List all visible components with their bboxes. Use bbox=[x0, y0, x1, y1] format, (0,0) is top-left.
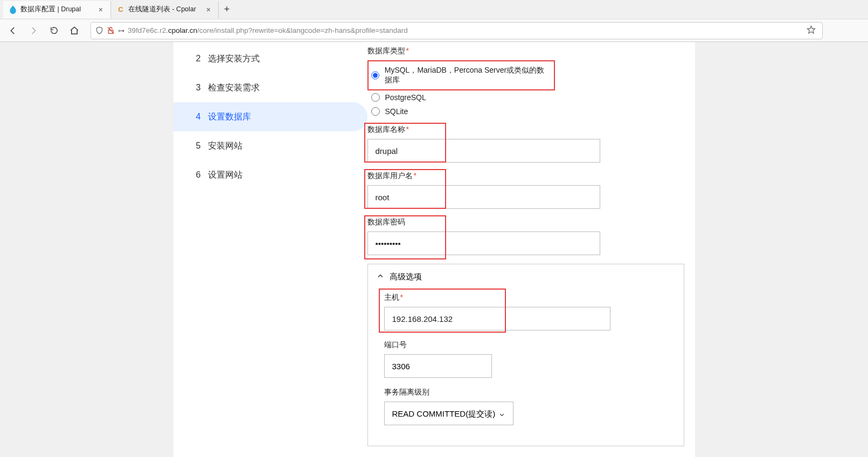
db-user-label: 数据库用户名* bbox=[367, 171, 684, 181]
url-text: 39fd7e6c.r2.cpolar.cn/core/install.php?r… bbox=[128, 26, 801, 34]
db-type-sqlite[interactable]: SQLite bbox=[367, 104, 684, 118]
shield-icon bbox=[95, 26, 103, 34]
port-block: 端口号 bbox=[384, 340, 668, 378]
radio-mysql[interactable] bbox=[371, 71, 379, 80]
browser-tab-drupal[interactable]: 数据库配置 | Drupal × bbox=[3, 1, 111, 18]
step-label: 设置网站 bbox=[208, 170, 242, 181]
db-type-mysql[interactable]: MySQL，MariaDB，Percona Server或类似的数据库 bbox=[370, 63, 552, 88]
db-password-label: 数据库密码 bbox=[367, 217, 684, 227]
chevron-up-icon bbox=[377, 272, 384, 282]
db-type-postgresql[interactable]: PostgreSQL bbox=[367, 90, 684, 104]
port-label: 端口号 bbox=[384, 340, 668, 350]
host-label: 主机* bbox=[384, 293, 668, 303]
tab-title: 在线隧道列表 - Cpolar bbox=[128, 5, 201, 14]
db-name-label: 数据库名称* bbox=[367, 125, 684, 135]
browser-tab-cpolar[interactable]: C 在线隧道列表 - Cpolar × bbox=[111, 1, 219, 18]
step-label: 设置数据库 bbox=[208, 111, 251, 123]
db-name-block: 数据库名称* bbox=[367, 125, 684, 163]
db-user-block: 数据库用户名* bbox=[367, 171, 684, 209]
advanced-toggle[interactable]: 高级选项 bbox=[368, 264, 684, 290]
svg-marker-2 bbox=[807, 26, 815, 33]
home-button[interactable] bbox=[66, 22, 83, 39]
port-input[interactable] bbox=[384, 354, 492, 378]
new-tab-button[interactable]: + bbox=[219, 2, 235, 18]
isolation-label: 事务隔离级别 bbox=[384, 388, 668, 397]
host-input[interactable] bbox=[384, 307, 610, 331]
lock-icon bbox=[107, 26, 115, 34]
db-name-input[interactable] bbox=[367, 139, 600, 163]
step-configure-site[interactable]: 6 设置网站 bbox=[173, 160, 367, 189]
radio-postgresql[interactable] bbox=[371, 93, 380, 102]
db-password-input[interactable] bbox=[367, 231, 600, 255]
step-label: 选择安装方式 bbox=[208, 53, 260, 65]
reload-button[interactable] bbox=[45, 22, 63, 39]
radio-sqlite[interactable] bbox=[371, 107, 380, 116]
isolation-block: 事务隔离级别 READ COMMITTED(提交读) bbox=[384, 388, 668, 425]
db-password-block: 数据库密码 bbox=[367, 217, 684, 255]
browser-toolbar: ⊶ 39fd7e6c.r2.cpolar.cn/core/install.php… bbox=[0, 19, 868, 42]
bookmark-star-icon[interactable] bbox=[804, 25, 818, 36]
close-icon[interactable]: × bbox=[204, 5, 213, 14]
step-install-site[interactable]: 5 安装网站 bbox=[173, 131, 367, 160]
step-setup-database[interactable]: 4 设置数据库 bbox=[173, 102, 367, 131]
isolation-select[interactable]: READ COMMITTED(提交读) bbox=[384, 402, 513, 425]
database-form: 数据库类型* MySQL，MariaDB，Percona Server或类似的数… bbox=[367, 42, 695, 457]
advanced-body: 主机* 端口号 事务隔离级别 READ COMMITTED(提交读) bbox=[368, 290, 684, 446]
step-verify-requirements[interactable]: 3 检查安装需求 bbox=[173, 73, 367, 102]
step-label: 安装网站 bbox=[208, 140, 242, 152]
key-icon: ⊶ bbox=[118, 27, 124, 34]
db-user-input[interactable] bbox=[367, 185, 600, 209]
host-block: 主机* bbox=[384, 293, 668, 331]
forward-button[interactable] bbox=[25, 22, 42, 39]
step-label: 检查安装需求 bbox=[208, 82, 260, 94]
db-type-block: 数据库类型* MySQL，MariaDB，Percona Server或类似的数… bbox=[367, 46, 684, 118]
db-type-label: 数据库类型* bbox=[367, 46, 684, 56]
address-bar[interactable]: ⊶ 39fd7e6c.r2.cpolar.cn/core/install.php… bbox=[91, 22, 823, 39]
back-button[interactable] bbox=[4, 22, 22, 39]
page-viewport[interactable]: 2 选择安装方式 3 检查安装需求 4 设置数据库 5 安装网站 6 设置网站 bbox=[0, 42, 868, 457]
drupal-icon bbox=[9, 5, 17, 14]
step-choose-install[interactable]: 2 选择安装方式 bbox=[173, 44, 367, 73]
tab-title: 数据库配置 | Drupal bbox=[20, 5, 93, 14]
page-content: 2 选择安装方式 3 检查安装需求 4 设置数据库 5 安装网站 6 设置网站 bbox=[173, 42, 695, 457]
cpolar-icon: C bbox=[116, 5, 125, 14]
annotation-highlight: MySQL，MariaDB，Percona Server或类似的数据库 bbox=[367, 60, 555, 90]
install-steps-sidebar: 2 选择安装方式 3 检查安装需求 4 设置数据库 5 安装网站 6 设置网站 bbox=[173, 42, 367, 457]
advanced-options-panel: 高级选项 主机* 端口号 事务隔离级别 bbox=[367, 264, 684, 446]
close-icon[interactable]: × bbox=[96, 5, 105, 14]
browser-tab-strip: 数据库配置 | Drupal × C 在线隧道列表 - Cpolar × + bbox=[0, 0, 868, 19]
